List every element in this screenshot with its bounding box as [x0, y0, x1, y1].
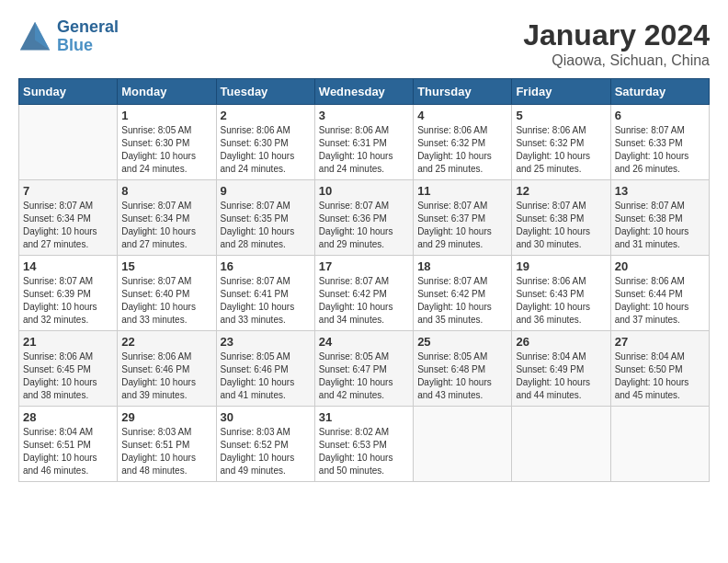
logo-icon — [18, 20, 51, 53]
day-info: Sunrise: 8:06 AMSunset: 6:32 PMDaylight:… — [516, 124, 606, 176]
header-row: SundayMondayTuesdayWednesdayThursdayFrid… — [19, 79, 710, 105]
calendar-cell: 6Sunrise: 8:07 AMSunset: 6:33 PMDaylight… — [610, 105, 709, 180]
calendar-cell: 16Sunrise: 8:07 AMSunset: 6:41 PMDayligh… — [216, 256, 314, 331]
calendar-cell: 12Sunrise: 8:07 AMSunset: 6:38 PMDayligh… — [512, 180, 610, 256]
day-info: Sunrise: 8:06 AMSunset: 6:32 PMDaylight:… — [417, 124, 507, 176]
calendar-cell: 22Sunrise: 8:06 AMSunset: 6:46 PMDayligh… — [118, 331, 216, 407]
calendar-cell: 3Sunrise: 8:06 AMSunset: 6:31 PMDaylight… — [314, 105, 413, 180]
calendar-table: SundayMondayTuesdayWednesdayThursdayFrid… — [18, 78, 710, 482]
calendar-week: 21Sunrise: 8:06 AMSunset: 6:45 PMDayligh… — [19, 331, 710, 407]
header-cell: Wednesday — [314, 79, 413, 105]
day-number: 21 — [23, 335, 113, 349]
day-info: Sunrise: 8:07 AMSunset: 6:34 PMDaylight:… — [23, 200, 113, 251]
day-number: 24 — [319, 335, 409, 349]
calendar-cell: 26Sunrise: 8:04 AMSunset: 6:49 PMDayligh… — [512, 331, 610, 407]
day-info: Sunrise: 8:06 AMSunset: 6:44 PMDaylight:… — [615, 275, 705, 327]
day-number: 28 — [23, 410, 113, 424]
header-cell: Friday — [512, 79, 610, 105]
day-info: Sunrise: 8:07 AMSunset: 6:35 PMDaylight:… — [221, 200, 311, 251]
day-number: 14 — [23, 259, 113, 273]
day-number: 22 — [121, 335, 211, 349]
day-number: 31 — [319, 410, 409, 424]
calendar-cell — [512, 407, 610, 482]
day-number: 10 — [319, 184, 409, 198]
calendar-cell: 28Sunrise: 8:04 AMSunset: 6:51 PMDayligh… — [19, 407, 118, 482]
day-info: Sunrise: 8:04 AMSunset: 6:49 PMDaylight:… — [516, 350, 606, 402]
day-number: 23 — [221, 335, 311, 349]
calendar-cell: 31Sunrise: 8:02 AMSunset: 6:53 PMDayligh… — [314, 407, 413, 482]
calendar-cell: 30Sunrise: 8:03 AMSunset: 6:52 PMDayligh… — [216, 407, 314, 482]
day-info: Sunrise: 8:06 AMSunset: 6:43 PMDaylight:… — [516, 275, 606, 327]
day-number: 30 — [221, 410, 311, 424]
day-number: 5 — [516, 109, 606, 122]
day-info: Sunrise: 8:04 AMSunset: 6:51 PMDaylight:… — [23, 426, 113, 477]
page-title: January 2024 — [523, 18, 710, 52]
day-number: 1 — [121, 109, 211, 122]
header-cell: Saturday — [610, 79, 709, 105]
title-block: January 2024 Qiaowa, Sichuan, China — [523, 18, 710, 69]
calendar-cell: 9Sunrise: 8:07 AMSunset: 6:35 PMDaylight… — [216, 180, 314, 256]
calendar-cell: 13Sunrise: 8:07 AMSunset: 6:38 PMDayligh… — [610, 180, 709, 256]
calendar-cell: 17Sunrise: 8:07 AMSunset: 6:42 PMDayligh… — [314, 256, 413, 331]
day-info: Sunrise: 8:07 AMSunset: 6:41 PMDaylight:… — [221, 275, 311, 327]
day-number: 12 — [516, 184, 606, 198]
day-info: Sunrise: 8:07 AMSunset: 6:38 PMDaylight:… — [615, 200, 705, 251]
day-info: Sunrise: 8:05 AMSunset: 6:46 PMDaylight:… — [221, 350, 311, 402]
calendar-cell: 23Sunrise: 8:05 AMSunset: 6:46 PMDayligh… — [216, 331, 314, 407]
day-info: Sunrise: 8:06 AMSunset: 6:46 PMDaylight:… — [121, 350, 211, 402]
logo-line1: General — [57, 17, 119, 36]
calendar-cell: 10Sunrise: 8:07 AMSunset: 6:36 PMDayligh… — [314, 180, 413, 256]
day-number: 16 — [221, 259, 311, 273]
calendar-cell: 14Sunrise: 8:07 AMSunset: 6:39 PMDayligh… — [19, 256, 118, 331]
calendar-cell: 1Sunrise: 8:05 AMSunset: 6:30 PMDaylight… — [118, 105, 216, 180]
logo: General Blue — [18, 18, 119, 55]
calendar-cell: 4Sunrise: 8:06 AMSunset: 6:32 PMDaylight… — [414, 105, 512, 180]
day-number: 15 — [121, 259, 211, 273]
day-number: 17 — [319, 259, 409, 273]
page-subtitle: Qiaowa, Sichuan, China — [523, 52, 710, 69]
day-number: 20 — [615, 259, 705, 273]
day-info: Sunrise: 8:07 AMSunset: 6:40 PMDaylight:… — [121, 275, 211, 327]
calendar-week: 1Sunrise: 8:05 AMSunset: 6:30 PMDaylight… — [19, 105, 710, 180]
calendar-cell: 18Sunrise: 8:07 AMSunset: 6:42 PMDayligh… — [414, 256, 512, 331]
calendar-cell: 11Sunrise: 8:07 AMSunset: 6:37 PMDayligh… — [414, 180, 512, 256]
day-info: Sunrise: 8:05 AMSunset: 6:30 PMDaylight:… — [121, 124, 211, 176]
day-number: 11 — [417, 184, 507, 198]
day-info: Sunrise: 8:05 AMSunset: 6:47 PMDaylight:… — [319, 350, 409, 402]
calendar-cell: 20Sunrise: 8:06 AMSunset: 6:44 PMDayligh… — [610, 256, 709, 331]
day-number: 4 — [417, 109, 507, 122]
calendar-cell: 25Sunrise: 8:05 AMSunset: 6:48 PMDayligh… — [414, 331, 512, 407]
day-number: 25 — [417, 335, 507, 349]
header-cell: Monday — [118, 79, 216, 105]
day-number: 3 — [319, 109, 409, 122]
calendar-cell: 8Sunrise: 8:07 AMSunset: 6:34 PMDaylight… — [118, 180, 216, 256]
day-number: 19 — [516, 259, 606, 273]
page-header: General Blue January 2024 Qiaowa, Sichua… — [18, 18, 710, 69]
calendar-cell: 5Sunrise: 8:06 AMSunset: 6:32 PMDaylight… — [512, 105, 610, 180]
calendar-cell — [414, 407, 512, 482]
day-info: Sunrise: 8:07 AMSunset: 6:33 PMDaylight:… — [615, 124, 705, 176]
header-cell: Sunday — [19, 79, 118, 105]
day-number: 29 — [121, 410, 211, 424]
day-info: Sunrise: 8:07 AMSunset: 6:39 PMDaylight:… — [23, 275, 113, 327]
day-number: 13 — [615, 184, 705, 198]
calendar-cell: 2Sunrise: 8:06 AMSunset: 6:30 PMDaylight… — [216, 105, 314, 180]
calendar-week: 14Sunrise: 8:07 AMSunset: 6:39 PMDayligh… — [19, 256, 710, 331]
calendar-cell: 27Sunrise: 8:04 AMSunset: 6:50 PMDayligh… — [610, 331, 709, 407]
day-info: Sunrise: 8:07 AMSunset: 6:37 PMDaylight:… — [417, 200, 507, 251]
calendar-week: 28Sunrise: 8:04 AMSunset: 6:51 PMDayligh… — [19, 407, 710, 482]
day-info: Sunrise: 8:07 AMSunset: 6:42 PMDaylight:… — [417, 275, 507, 327]
day-number: 9 — [221, 184, 311, 198]
logo-text: General Blue — [57, 18, 119, 55]
day-info: Sunrise: 8:07 AMSunset: 6:36 PMDaylight:… — [319, 200, 409, 251]
calendar-cell: 15Sunrise: 8:07 AMSunset: 6:40 PMDayligh… — [118, 256, 216, 331]
header-cell: Thursday — [414, 79, 512, 105]
calendar-cell: 21Sunrise: 8:06 AMSunset: 6:45 PMDayligh… — [19, 331, 118, 407]
calendar-week: 7Sunrise: 8:07 AMSunset: 6:34 PMDaylight… — [19, 180, 710, 256]
day-info: Sunrise: 8:05 AMSunset: 6:48 PMDaylight:… — [417, 350, 507, 402]
day-number: 18 — [417, 259, 507, 273]
calendar-cell: 7Sunrise: 8:07 AMSunset: 6:34 PMDaylight… — [19, 180, 118, 256]
day-info: Sunrise: 8:07 AMSunset: 6:38 PMDaylight:… — [516, 200, 606, 251]
day-number: 6 — [615, 109, 705, 122]
calendar-cell: 19Sunrise: 8:06 AMSunset: 6:43 PMDayligh… — [512, 256, 610, 331]
